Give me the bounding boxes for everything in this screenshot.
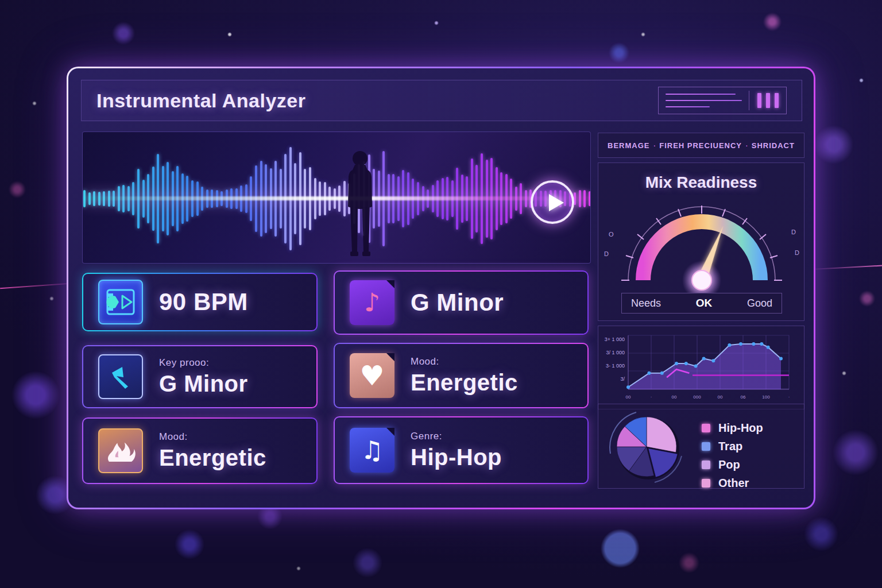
legend-swatch	[702, 479, 710, 488]
person-silhouette	[335, 149, 385, 261]
legend-swatch	[702, 461, 710, 469]
genre-card[interactable]: ♫ Genre: Hip-Hop	[334, 416, 589, 484]
analysis-tabs: BERMAGE · FIREH PRECIUENCY · SHRIDACT	[598, 133, 804, 158]
neon-streak-right	[807, 265, 882, 270]
key-card-label: Key prooo:	[159, 357, 248, 369]
svg-text:000: 000	[693, 394, 701, 400]
svg-text:00: 00	[718, 394, 723, 400]
tab-fireh-preciuency[interactable]: FIREH PRECIUENCY	[659, 141, 742, 150]
music-note-icon: ♪	[350, 280, 394, 325]
bpm-card[interactable]: 90 BPM	[82, 273, 318, 331]
genre-value: Hip-Hop	[411, 444, 502, 470]
tab-separator: ·	[653, 141, 656, 150]
gauge-side-mark: D	[604, 250, 609, 257]
svg-text:00: 00	[672, 394, 677, 400]
svg-text:·: ·	[651, 394, 652, 400]
gauge-scale-strip: Needs OK Good	[621, 293, 782, 314]
mood-right-value: Energetic	[411, 370, 518, 396]
gauge-label-good: Good	[747, 297, 772, 310]
tuning-fork-icon	[98, 354, 143, 399]
mood-left-label: Mood:	[159, 431, 266, 443]
genre-pie-panel: Hip-Hop Trap Pop Other	[598, 404, 804, 489]
flame-icon	[98, 428, 143, 473]
gauge-side-mark: O	[609, 231, 614, 238]
key-card-value: G Minor	[159, 371, 248, 397]
folded-corner	[386, 428, 394, 436]
gauge-label-needs: Needs	[631, 297, 661, 310]
legend-swatch	[702, 424, 710, 432]
gauge-label-ok: OK	[696, 297, 713, 310]
gauge-side-mark: D	[795, 249, 799, 256]
svg-text:3/ 1 000: 3/ 1 000	[606, 350, 625, 355]
page-title: Instrumental Analyzer	[96, 90, 305, 112]
mood-left-value: Energetic	[159, 445, 266, 471]
key-signature-value: G Minor	[411, 289, 504, 316]
tab-shridact[interactable]: SHRIDACT	[752, 141, 795, 150]
metronome-play-icon	[98, 280, 143, 324]
folded-corner	[386, 353, 394, 361]
genre-label: Genre:	[411, 431, 502, 442]
frequency-chart-svg: 3+ 1 0003/ 1 0003- 1 0003/00·00000000610…	[598, 326, 804, 409]
mix-readiness-panel: Mix Readiness	[598, 163, 804, 321]
legend-item-other: Other	[702, 477, 763, 490]
svg-text:3- 1 000: 3- 1 000	[606, 363, 625, 369]
header-menu-button[interactable]	[658, 87, 787, 114]
pie-legend: Hip-Hop Trap Pop Other	[702, 421, 763, 490]
svg-text:·: ·	[788, 394, 790, 400]
app-window: Instrumental Analyzer	[67, 67, 815, 509]
svg-text:00: 00	[626, 394, 631, 400]
svg-text:06: 06	[741, 394, 746, 400]
svg-text:100: 100	[762, 394, 770, 400]
legend-swatch	[702, 442, 710, 451]
music-file-icon: ♫	[350, 428, 394, 473]
tab-bermage[interactable]: BERMAGE	[608, 141, 649, 150]
genre-pie-svg	[603, 404, 695, 489]
play-button[interactable]	[531, 180, 574, 224]
tab-separator: ·	[745, 141, 748, 150]
legend-item-trap: Trap	[702, 440, 763, 453]
legend-item-pop: Pop	[702, 458, 763, 471]
svg-text:3/: 3/	[620, 376, 625, 382]
folded-corner	[386, 280, 394, 288]
mood-card-left[interactable]: Mood: Energetic	[82, 417, 318, 484]
frequency-chart-panel: 3+ 1 0003/ 1 0003- 1 0003/00·00000000610…	[598, 326, 804, 409]
mix-readiness-gauge	[598, 195, 805, 293]
waveform-panel	[82, 131, 591, 264]
key-card[interactable]: Key prooo: G Minor	[82, 345, 318, 408]
gauge-side-mark: D	[791, 229, 796, 235]
equalizer-bars-icon	[749, 93, 786, 108]
gauge-title: Mix Readiness	[598, 173, 804, 192]
svg-text:3+ 1 000: 3+ 1 000	[605, 336, 625, 342]
mood-right-label: Mood:	[411, 356, 518, 368]
hamburger-lines-icon	[659, 94, 749, 107]
header: Instrumental Analyzer	[81, 80, 802, 121]
legend-item-hiphop: Hip-Hop	[702, 421, 763, 435]
bpm-value: 90 BPM	[159, 288, 248, 316]
key-signature-card[interactable]: ♪ G Minor	[334, 270, 589, 335]
heart-icon: ♥	[350, 353, 394, 398]
mood-card-right[interactable]: ♥ Mood: Energetic	[334, 343, 589, 408]
